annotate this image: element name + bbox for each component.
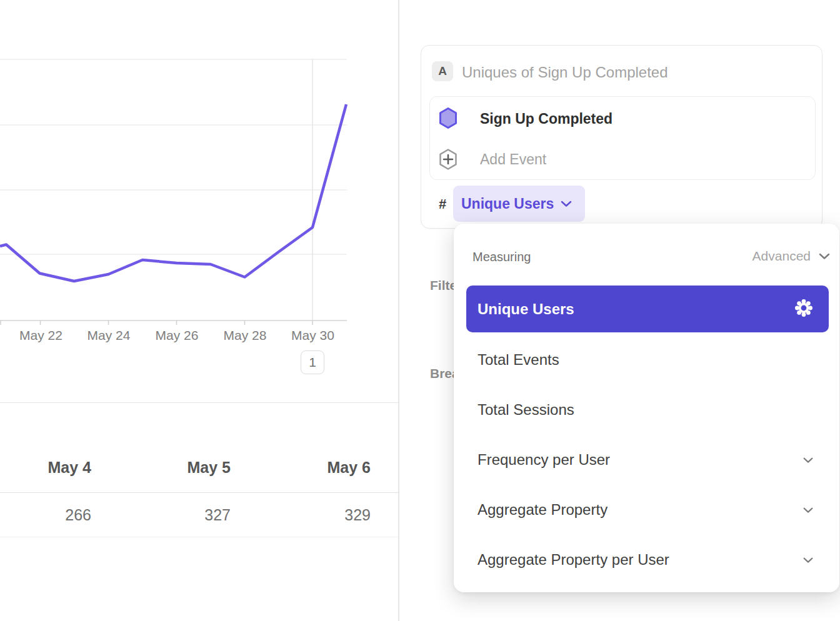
menu-item-label: Frequency per User	[478, 451, 610, 469]
add-event-label[interactable]: Add Event	[480, 151, 546, 168]
menu-item-aggregate-property-per-user[interactable]: Aggregate Property per User	[466, 542, 829, 577]
svg-text:May 30: May 30	[291, 328, 334, 342]
menu-item-total-events[interactable]: Total Events	[466, 342, 829, 377]
svg-text:May 22: May 22	[19, 328, 62, 342]
chart-annotation-badge[interactable]: 1	[301, 350, 324, 374]
table-value-may-5: 327	[131, 506, 231, 524]
table-header-may-4: May 4	[0, 459, 91, 477]
menu-item-label: Total Events	[478, 351, 559, 369]
event-name[interactable]: Sign Up Completed	[480, 111, 612, 127]
advanced-mode-toggle[interactable]: Advanced	[752, 249, 831, 264]
chevron-down-icon	[802, 507, 814, 514]
menu-item-unique-users-selected[interactable]: Unique Users	[466, 286, 829, 332]
menu-item-label: Aggregate Property	[478, 501, 608, 519]
table-row-divider	[0, 537, 399, 537]
chevron-down-icon	[818, 252, 831, 260]
menu-item-total-sessions[interactable]: Total Sessions	[466, 392, 829, 427]
table-top-divider	[0, 402, 399, 403]
svg-text:May 24: May 24	[88, 328, 131, 342]
menu-item-aggregate-property[interactable]: Aggregate Property	[466, 492, 829, 527]
event-hexagon-icon	[438, 107, 458, 132]
selected-item-label: Unique Users	[478, 301, 574, 318]
chevron-down-icon	[802, 557, 814, 564]
advanced-mode-label: Advanced	[752, 249, 811, 264]
line-chart: May 22May 24May 26May 28May 30	[0, 0, 399, 387]
event-card: Sign Up Completed Add Event	[429, 96, 816, 180]
table-header-divider	[0, 492, 399, 493]
menu-item-label: Total Sessions	[478, 401, 574, 419]
gear-icon[interactable]	[794, 298, 814, 320]
add-event-icon[interactable]	[438, 148, 458, 173]
measuring-dropdown: Measuring Advanced Unique Users Total Ev…	[454, 224, 839, 592]
menu-item-frequency-per-user[interactable]: Frequency per User	[466, 442, 829, 477]
chevron-down-icon	[560, 200, 572, 207]
measure-chip-label: Unique Users	[461, 196, 554, 212]
measure-hash-symbol: #	[439, 196, 446, 212]
chevron-down-icon	[802, 457, 814, 464]
menu-item-label: Aggregate Property per User	[478, 551, 669, 569]
svg-text:May 26: May 26	[156, 328, 199, 342]
series-a-badge: A	[432, 61, 453, 81]
measuring-heading: Measuring	[472, 250, 531, 264]
table-header-may-6: May 6	[271, 459, 371, 477]
table-value-may-6: 329	[271, 506, 371, 524]
series-title: Uniques of Sign Up Completed	[462, 64, 668, 81]
table-value-may-4: 266	[0, 506, 91, 524]
chart-pane: May 22May 24May 26May 28May 30 1 May 4 M…	[0, 0, 399, 621]
svg-text:May 28: May 28	[224, 328, 267, 342]
measure-chip[interactable]: Unique Users	[453, 186, 585, 222]
table-header-may-5: May 5	[131, 459, 231, 477]
query-series-card: A Uniques of Sign Up Completed Sign Up C…	[421, 45, 822, 229]
